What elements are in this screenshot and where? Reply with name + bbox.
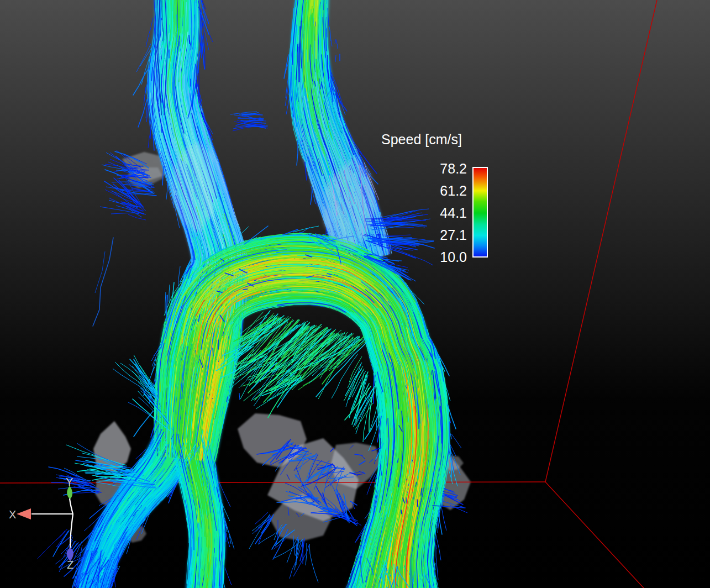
svg-text:Y: Y bbox=[66, 476, 73, 488]
svg-text:Z: Z bbox=[67, 559, 73, 571]
svg-text:Speed [cm/s]: Speed [cm/s] bbox=[381, 132, 462, 147]
svg-text:78.2: 78.2 bbox=[440, 161, 467, 176]
svg-text:X: X bbox=[9, 508, 16, 521]
svg-text:61.2: 61.2 bbox=[440, 183, 467, 198]
svg-text:44.1: 44.1 bbox=[440, 205, 467, 221]
svg-text:10.0: 10.0 bbox=[440, 249, 467, 265]
svg-text:27.1: 27.1 bbox=[440, 227, 467, 243]
